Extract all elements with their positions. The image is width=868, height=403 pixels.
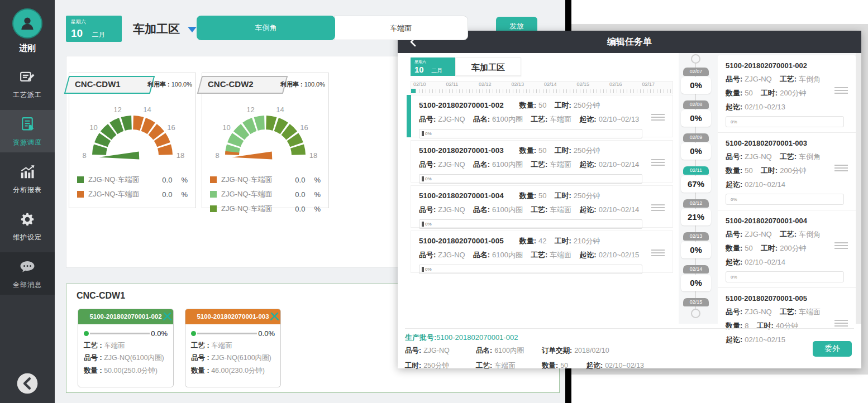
timeline-date[interactable]: 02/07 0% xyxy=(680,68,712,94)
qty-row: 数量 : 50.00(250.0分钟) xyxy=(78,364,173,377)
machine-card: CNC-CDW2 利用率 : 100.0% 81012141618 ZJG-NQ… xyxy=(202,73,329,208)
legend-swatch xyxy=(210,176,217,183)
bar-chart-icon xyxy=(19,164,36,180)
timeline-date-active[interactable]: 02/11 67% xyxy=(680,166,712,193)
task-list-item[interactable]: 5100-201802070001-003数量:50工时:250分钟 品号:ZJ… xyxy=(411,140,673,183)
svg-text:14: 14 xyxy=(143,105,151,114)
timeline-date[interactable]: 02/13 0% xyxy=(680,232,712,258)
outsource-button[interactable]: 委外 xyxy=(813,341,852,357)
svg-text:14: 14 xyxy=(276,105,284,114)
legend-row: ZJG-NQ-车端面 0.0 % xyxy=(77,172,188,187)
svg-text:8: 8 xyxy=(215,151,219,160)
gear-icon xyxy=(19,211,36,228)
user-name: 进刚 xyxy=(0,43,55,54)
footer-part-no: 品号:ZJG-NQ xyxy=(405,346,450,356)
tab-chamfer[interactable]: 车倒角 xyxy=(197,16,335,40)
timeline-date[interactable]: 02/08 0% xyxy=(680,100,712,127)
task-progress-bar: 0% xyxy=(419,265,642,274)
timeline-date[interactable]: 02/15 xyxy=(680,298,712,306)
timeline-date[interactable]: 02/09 0% xyxy=(680,133,712,160)
edit-task-dialog: 编辑任务单 星期六 10 二月 车加工区 02/1002/1102/1202/1… xyxy=(398,31,861,368)
process-row: 工艺 : 车端面 xyxy=(78,339,173,352)
tab-endface[interactable]: 车端面 xyxy=(334,16,468,40)
queue-machine-name: CNC-CDW1 xyxy=(77,291,125,301)
process-row: 工艺 : 车端面 xyxy=(185,339,280,352)
sidebar-item-resource-scheduling[interactable]: 资源调度 xyxy=(0,110,55,152)
legend-row: ZJG-NQ-车端面 0.0 % xyxy=(77,187,188,202)
legend-row: ZJG-NQ-车端面 0.0 % xyxy=(210,172,321,187)
weekday-label: 星期六 xyxy=(66,16,122,26)
message-icon xyxy=(19,258,36,275)
footer-hours: 工时:250分钟 xyxy=(405,361,449,371)
date-badge: 星期六 10 二月 xyxy=(66,16,122,42)
ruler-ticks xyxy=(412,89,671,93)
task-list-item[interactable]: 5100-201802070001-002数量:50工时:250分钟 品号:ZJ… xyxy=(411,95,673,137)
svg-text:16: 16 xyxy=(300,123,308,132)
task-progress-bar: 0% xyxy=(726,271,844,282)
area-dropdown-label: 车加工区 xyxy=(133,22,180,35)
day-label: 10 xyxy=(71,27,83,39)
footer-due-date: 订单交期:2018/02/10 xyxy=(542,346,609,356)
machine-name: CNC-CDW1 xyxy=(75,79,121,89)
svg-text:16: 16 xyxy=(167,123,175,132)
task-progress-bar: 0% xyxy=(726,116,844,127)
collapse-sidebar-button[interactable] xyxy=(16,372,39,395)
utilization-gauge: 81012141618 xyxy=(74,98,191,168)
timeline-date[interactable]: 02/14 0% xyxy=(680,265,712,291)
legend-row: ZJG-NQ-车端面 0.0 % xyxy=(210,187,321,202)
drag-handle-icon[interactable] xyxy=(650,113,666,121)
area-dropdown[interactable]: 车加工区 xyxy=(133,21,197,37)
work-order-card[interactable]: 5100-201802070001-002 0.0% 工艺 : 车端面 品号 :… xyxy=(78,309,174,387)
side-task-card[interactable]: 5100-201802070001-004 品号:ZJG-NQ工艺:车倒角 数量… xyxy=(718,210,856,288)
legend-swatch xyxy=(77,191,84,198)
scrollbar[interactable] xyxy=(856,53,861,324)
drag-handle-icon[interactable] xyxy=(650,204,666,212)
work-order-batch: 5100-201802070001-002 xyxy=(89,313,161,320)
utilization-label: 利用率 : 100.0% xyxy=(147,80,192,89)
sidebar-item-reports[interactable]: 分析报表 xyxy=(0,157,55,200)
tools-icon[interactable] xyxy=(269,311,280,322)
work-order-header: 5100-201802070001-002 xyxy=(78,309,173,324)
progress-row: 0.0% xyxy=(78,324,173,339)
task-list-item[interactable]: 5100-201802070001-004数量:50工时:250分钟 品号:ZJ… xyxy=(411,185,673,228)
work-order-header: 5100-201802070001-003 xyxy=(185,309,280,324)
dispatch-icon xyxy=(19,69,36,85)
gauge-legend: ZJG-NQ-车端面 0.0 % ZJG-NQ-车端面 0.0 % xyxy=(202,168,328,216)
sidebar: 进刚 工艺派工 资源调度 分析报表 xyxy=(0,0,55,403)
sidebar-item-dispatch[interactable]: 工艺派工 xyxy=(0,63,55,105)
timeline-date[interactable]: 02/12 21% xyxy=(680,199,712,226)
svg-text:18: 18 xyxy=(177,151,184,160)
sidebar-item-messages[interactable]: 全部消息 xyxy=(0,252,55,295)
machine-card: CNC-CDW1 利用率 : 100.0% 81012141618 ZJG-NQ… xyxy=(69,73,196,208)
gauge-legend: ZJG-NQ-车端面 0.0 % ZJG-NQ-车端面 0.0 % xyxy=(69,168,195,202)
qty-row: 数量 : 46.00(230.0分钟) xyxy=(185,364,280,377)
tools-icon[interactable] xyxy=(162,311,173,322)
resource-scheduling-icon xyxy=(19,116,36,133)
sidebar-item-maintenance[interactable]: 维护设定 xyxy=(0,205,55,247)
dialog-area-button[interactable]: 车加工区 xyxy=(455,57,521,76)
drag-handle-icon[interactable] xyxy=(650,249,666,257)
footer-part-name: 品名:6100内圈 xyxy=(476,346,524,356)
work-order-card[interactable]: 5100-201802070001-003 0.0% 工艺 : 车端面 品号 :… xyxy=(185,309,281,387)
drag-handle-icon[interactable] xyxy=(833,319,849,327)
svg-text:10: 10 xyxy=(222,123,230,132)
utilization-gauge: 81012141618 xyxy=(207,98,324,168)
drag-handle-icon[interactable] xyxy=(650,159,666,166)
drag-handle-icon[interactable] xyxy=(833,87,849,94)
drag-handle-icon[interactable] xyxy=(833,164,849,172)
footer-divider xyxy=(405,328,854,329)
chevron-down-icon xyxy=(188,27,197,32)
side-task-card[interactable]: 5100-201802070001-003 品号:ZJG-NQ工艺:车倒角 数量… xyxy=(718,133,856,210)
dialog-margin-top xyxy=(571,24,868,31)
dialog-date-badge: 星期六 10 二月 xyxy=(411,57,455,76)
svg-text:12: 12 xyxy=(246,105,254,114)
progress-dot-icon xyxy=(191,331,196,336)
task-progress-bar: 0% xyxy=(419,174,642,184)
legend-swatch xyxy=(77,176,84,183)
utilization-label: 利用率 : 100.0% xyxy=(280,80,325,89)
task-list-item[interactable]: 5100-201802070001-005数量:42工时:210分钟 品号:ZJ… xyxy=(411,231,673,273)
month-label: 二月 xyxy=(92,31,106,39)
timeline-ring-icon xyxy=(691,309,700,318)
drag-handle-icon[interactable] xyxy=(833,242,849,250)
side-task-card[interactable]: 5100-201802070001-002 品号:ZJG-NQ工艺:车倒角 数量… xyxy=(718,55,856,133)
